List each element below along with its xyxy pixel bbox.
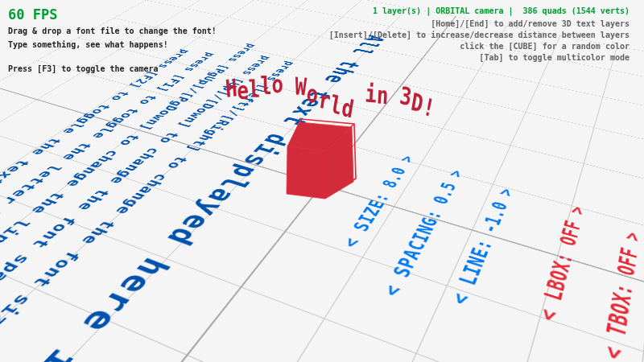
hud-help-line: [Tab] to toggle multicolor mode	[329, 52, 630, 64]
tip-type-something: Type something, see what happens!	[8, 40, 168, 49]
hud-help-line: [Home]/[End] to add/remove 3D text layer…	[329, 19, 630, 30]
fps-counter: 60 FPS	[8, 6, 57, 23]
tip-toggle-camera: Press [F3] to toggle the camera	[8, 64, 159, 73]
hud-help-line: click the [CUBE] for a random color	[329, 41, 630, 52]
right-help-block: [Home]/[End] to add/remove 3D text layer…	[329, 19, 630, 64]
tip-drag-drop: Drag & drop a font file to change the fo…	[8, 27, 217, 35]
raylib-text3d-window: All the text displayed here is in 3D pre…	[0, 0, 644, 362]
hud-help-line: [Insert]/[Delete] to increase/decrease d…	[329, 30, 630, 41]
status-line: 1 layer(s) | ORBITAL camera | 386 quads …	[373, 6, 630, 15]
